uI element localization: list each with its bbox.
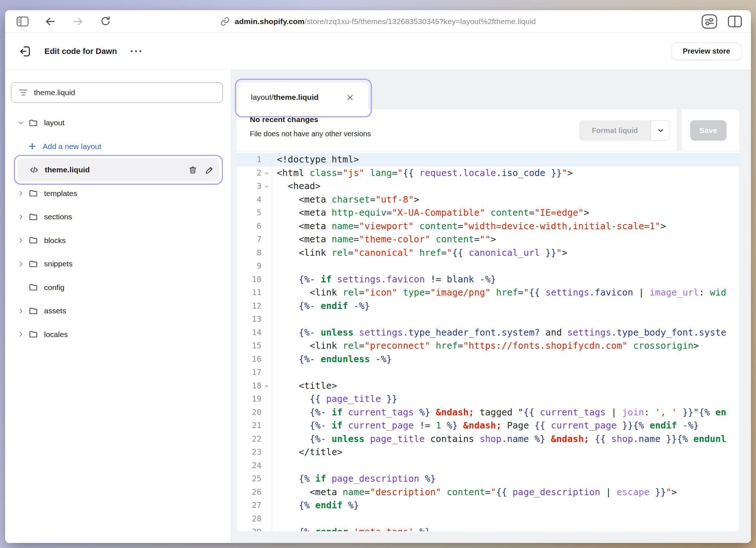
address-bar[interactable]: admin.shopify.com/store/rzq1xu-f5/themes… bbox=[220, 10, 536, 32]
tab-layout-theme-liquid[interactable]: layout/theme.liquid bbox=[239, 82, 368, 114]
fold-chevron-icon[interactable] bbox=[264, 171, 269, 176]
fold-chevron-icon[interactable] bbox=[264, 184, 269, 189]
code-text[interactable]: {% render 'meta-tags' %} bbox=[272, 525, 739, 531]
code-line[interactable]: 1<!doctype html> bbox=[237, 153, 739, 167]
code-text[interactable]: <meta name="viewport" content="width=dev… bbox=[272, 220, 739, 233]
format-liquid-button[interactable]: Format liquid bbox=[579, 120, 651, 141]
code-line[interactable]: 18 <title> bbox=[237, 379, 739, 393]
code-line[interactable]: 17 bbox=[237, 366, 739, 379]
code-text[interactable] bbox=[272, 459, 739, 473]
format-liquid-split-button: Format liquid bbox=[579, 120, 670, 141]
line-number: 29 bbox=[237, 525, 272, 531]
code-line[interactable]: 23 </title> bbox=[237, 446, 739, 459]
selected-file-pill[interactable]: theme.liquid bbox=[17, 158, 219, 181]
code-line[interactable]: 10 {%- if settings.favicon != blank -%} bbox=[237, 273, 739, 286]
code-text[interactable]: {%- unless settings.type_header_font.sys… bbox=[272, 326, 739, 340]
code-text[interactable]: {%- endunless -%} bbox=[272, 353, 739, 366]
code-text[interactable]: <meta charset="utf-8"> bbox=[272, 193, 739, 207]
preview-store-button[interactable]: Preview store bbox=[672, 43, 741, 60]
code-line[interactable]: 12 {%- endif -%} bbox=[237, 300, 739, 313]
code-text[interactable]: <link rel="canonical" href="{{ canonical… bbox=[272, 246, 739, 260]
fold-chevron-icon[interactable] bbox=[264, 384, 269, 389]
code-text[interactable] bbox=[272, 366, 739, 379]
code-line[interactable]: 14 {%- unless settings.type_header_font.… bbox=[237, 326, 739, 340]
code-text[interactable]: {% if page_description %} bbox=[272, 472, 739, 486]
code-text[interactable]: <!doctype html> bbox=[272, 153, 739, 167]
code-line[interactable]: 3 <head> bbox=[237, 180, 739, 193]
code-line[interactable]: 7 <meta name="theme-color" content=""> bbox=[237, 233, 739, 246]
code-line[interactable]: 19 {{ page_title }} bbox=[237, 392, 739, 406]
code-editor[interactable]: 1<!doctype html>2<html class="js" lang="… bbox=[237, 151, 739, 531]
exit-editor-icon[interactable] bbox=[19, 45, 32, 58]
code-line[interactable]: 9 bbox=[237, 259, 739, 273]
code-text[interactable]: <title> bbox=[272, 379, 739, 393]
folder-label: sections bbox=[44, 212, 72, 221]
code-text[interactable]: {%- if current_page != 1 %} &ndash; Page… bbox=[272, 419, 739, 432]
sidebar-item-layout[interactable]: layout bbox=[5, 111, 231, 135]
code-text[interactable] bbox=[272, 259, 739, 273]
sidebar-item-sections[interactable]: sections bbox=[5, 205, 231, 229]
code-line[interactable]: 2<html class="js" lang="{{ request.local… bbox=[237, 167, 739, 180]
file-search[interactable] bbox=[11, 82, 223, 103]
code-line[interactable]: 22 {%- unless page_title contains shop.n… bbox=[237, 432, 739, 446]
code-line[interactable]: 29 {% render 'meta-tags' %} bbox=[237, 525, 739, 531]
code-text[interactable]: <head> bbox=[272, 180, 739, 193]
code-line[interactable]: 13 bbox=[237, 313, 739, 326]
forward-icon[interactable] bbox=[70, 13, 86, 30]
sidebar-item-blocks[interactable]: blocks bbox=[5, 229, 231, 253]
code-text[interactable]: <link rel="preconnect" href="https://fon… bbox=[272, 339, 739, 353]
browser-toolbar: admin.shopify.com/store/rzq1xu-f5/themes… bbox=[5, 10, 751, 33]
page-settings-icon[interactable] bbox=[701, 13, 717, 30]
line-number: 12 bbox=[237, 300, 272, 313]
code-line[interactable]: 26 <meta name="description" content="{{ … bbox=[237, 486, 739, 499]
code-text[interactable]: {%- if settings.favicon != blank -%} bbox=[272, 273, 739, 286]
code-line[interactable]: 11 <link rel="icon" type="image/png" hre… bbox=[237, 286, 739, 300]
code-text[interactable]: {% endif %} bbox=[272, 499, 739, 512]
reload-icon[interactable] bbox=[98, 13, 114, 30]
browser-window: admin.shopify.com/store/rzq1xu-f5/themes… bbox=[5, 10, 751, 543]
code-line[interactable]: 5 <meta http-equiv="X-UA-Compatible" con… bbox=[237, 206, 739, 220]
code-text[interactable]: <link rel="icon" type="image/png" href="… bbox=[272, 286, 739, 300]
code-line[interactable]: 27 {% endif %} bbox=[237, 499, 739, 512]
code-line[interactable]: 4 <meta charset="utf-8"> bbox=[237, 193, 739, 207]
code-line[interactable]: 8 <link rel="canonical" href="{{ canonic… bbox=[237, 246, 739, 260]
code-text[interactable] bbox=[272, 512, 739, 526]
code-line[interactable]: 21 {%- if current_page != 1 %} &ndash; P… bbox=[237, 419, 739, 432]
close-tab-icon[interactable] bbox=[346, 93, 354, 102]
search-input[interactable] bbox=[34, 88, 223, 97]
save-button[interactable]: Save bbox=[690, 120, 727, 141]
code-text[interactable]: <meta name="description" content="{{ pag… bbox=[272, 486, 739, 499]
code-text[interactable]: {%- endif -%} bbox=[272, 300, 739, 313]
code-text[interactable]: <meta name="theme-color" content=""> bbox=[272, 233, 739, 246]
rename-file-icon[interactable] bbox=[203, 164, 216, 176]
code-line[interactable]: 25 {% if page_description %} bbox=[237, 472, 739, 486]
code-line[interactable]: 28 bbox=[237, 512, 739, 526]
code-line[interactable]: 16 {%- endunless -%} bbox=[237, 353, 739, 366]
code-line[interactable]: 6 <meta name="viewport" content="width=d… bbox=[237, 220, 739, 233]
sidebar-item-theme-liquid[interactable]: theme.liquid bbox=[5, 158, 231, 182]
sidebar-item-config[interactable]: config bbox=[5, 276, 231, 300]
delete-file-icon[interactable] bbox=[186, 164, 199, 176]
format-dropdown-button[interactable] bbox=[651, 120, 670, 141]
code-text[interactable]: </title> bbox=[272, 446, 739, 459]
code-line[interactable]: 20 {%- if current_tags %} &ndash; tagged… bbox=[237, 406, 739, 419]
code-text[interactable]: <meta http-equiv="X-UA-Compatible" conte… bbox=[272, 206, 739, 220]
code-text[interactable]: {{ page_title }} bbox=[272, 392, 739, 406]
folder-label: blocks bbox=[44, 236, 66, 245]
sidebar-item-assets[interactable]: assets bbox=[5, 299, 231, 323]
chevron-right-icon bbox=[16, 189, 25, 197]
code-text[interactable]: {%- if current_tags %} &ndash; tagged "{… bbox=[272, 406, 739, 419]
sidebar-item-templates[interactable]: templates bbox=[5, 182, 231, 206]
sidebar-item-add-a-new-layout[interactable]: Add a new layout bbox=[5, 135, 231, 158]
more-menu-icon[interactable] bbox=[131, 46, 141, 57]
browser-sidebar-toggle-icon[interactable] bbox=[15, 13, 31, 30]
code-line[interactable]: 24 bbox=[237, 459, 739, 473]
sidebar-item-snippets[interactable]: snippets bbox=[5, 252, 231, 276]
code-text[interactable] bbox=[272, 313, 739, 326]
back-icon[interactable] bbox=[42, 13, 58, 30]
split-view-icon[interactable] bbox=[727, 13, 743, 30]
code-line[interactable]: 15 <link rel="preconnect" href="https://… bbox=[237, 339, 739, 353]
code-text[interactable]: <html class="js" lang="{{ request.locale… bbox=[272, 167, 739, 180]
code-text[interactable]: {%- unless page_title contains shop.name… bbox=[272, 432, 739, 446]
sidebar-item-locales[interactable]: locales bbox=[5, 323, 231, 347]
